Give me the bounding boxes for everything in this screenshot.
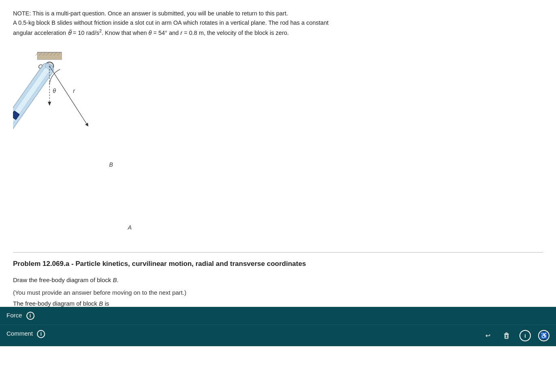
- svg-text:B: B: [109, 161, 113, 168]
- force-info-icon[interactable]: i: [26, 312, 34, 320]
- svg-text:A: A: [127, 224, 131, 231]
- bottom-icons-group: ↩ i ♿: [482, 330, 550, 341]
- fbd-label: The free-body diagram of block B is: [13, 300, 543, 307]
- svg-text:θ: θ: [53, 88, 56, 94]
- svg-text:r: r: [73, 88, 75, 94]
- fbd-table: Force i Comment i ↩ i ♿: [0, 307, 556, 346]
- info-circle-icon[interactable]: i: [519, 330, 531, 341]
- svg-line-15: [50, 66, 88, 126]
- problem-title: Problem 12.069.a - Particle kinetics, cu…: [13, 260, 543, 268]
- svg-marker-21: [48, 102, 51, 106]
- problem-note: (You must provide an answer before movin…: [13, 289, 543, 296]
- undo-icon[interactable]: ↩: [482, 330, 494, 341]
- diagram-area: O: [13, 45, 543, 253]
- comment-info-icon[interactable]: i: [37, 330, 45, 338]
- fbd-force-row: Force i: [0, 307, 556, 325]
- person-circle-icon[interactable]: ♿: [538, 330, 550, 341]
- problem-desc: Draw the free-body diagram of block B.: [13, 275, 543, 285]
- note-line2: A 0.5-kg block B slides without friction…: [13, 19, 329, 26]
- diagram-svg: O: [13, 45, 163, 245]
- svg-rect-24: [505, 334, 508, 338]
- force-cell: Force i: [0, 307, 556, 325]
- note-line3: angular acceleration θ̈ = 10 rad/s2. Kno…: [13, 30, 289, 36]
- note-line1: NOTE: This is a multi-part question. Onc…: [13, 10, 288, 17]
- trash-icon[interactable]: [501, 330, 512, 341]
- problem-section: Problem 12.069.a - Particle kinetics, cu…: [13, 253, 543, 307]
- comment-cell: Comment i ↩ i ♿: [0, 325, 556, 347]
- svg-rect-26: [506, 333, 507, 334]
- comment-label: Comment: [6, 330, 33, 337]
- note-block: NOTE: This is a multi-part question. Onc…: [13, 9, 543, 38]
- svg-rect-12: [13, 62, 56, 182]
- force-label: Force: [6, 312, 22, 319]
- fbd-comment-row: Comment i ↩ i ♿: [0, 325, 556, 347]
